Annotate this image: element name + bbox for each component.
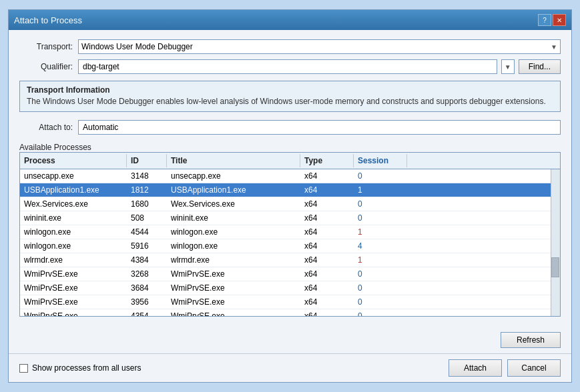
cell-type: x64 bbox=[300, 267, 354, 281]
bottom-bar: Show processes from all users Attach Can… bbox=[9, 353, 571, 382]
attach-to-row: Attach to: bbox=[19, 120, 561, 135]
cell-title: wlrmdr.exe bbox=[167, 253, 300, 267]
qualifier-label: Qualifier: bbox=[19, 62, 73, 71]
cell-type: x64 bbox=[300, 183, 354, 197]
cell-process: wininit.exe bbox=[20, 211, 127, 225]
cell-extra bbox=[407, 225, 560, 239]
cell-session: 4 bbox=[354, 239, 407, 253]
cell-title: unsecapp.exe bbox=[167, 169, 300, 183]
table-row[interactable]: wlrmdr.exe 4384 wlrmdr.exe x64 1 bbox=[20, 253, 560, 267]
col-id: ID bbox=[127, 154, 167, 167]
cell-process: winlogon.exe bbox=[20, 225, 127, 239]
cell-session: 0 bbox=[354, 197, 407, 211]
cell-extra bbox=[407, 267, 560, 281]
cell-type: x64 bbox=[300, 281, 354, 295]
cell-session: 1 bbox=[354, 183, 407, 197]
cell-title: winlogon.exe bbox=[167, 239, 300, 253]
transport-label: Transport: bbox=[19, 42, 73, 51]
cell-session: 1 bbox=[354, 253, 407, 267]
cell-id: 4354 bbox=[127, 309, 167, 316]
section-title: Available Processes bbox=[19, 143, 561, 152]
cell-id: 3956 bbox=[127, 295, 167, 309]
table-row[interactable]: Wex.Services.exe 1680 Wex.Services.exe x… bbox=[20, 197, 560, 211]
transport-info-text: The Windows User Mode Debugger enables l… bbox=[27, 96, 553, 107]
table-body: unsecapp.exe 3148 unsecapp.exe x64 0 USB… bbox=[20, 169, 560, 316]
cell-title: WmiPrvSE.exe bbox=[167, 295, 300, 309]
cell-extra bbox=[407, 211, 560, 225]
action-buttons: Attach Cancel bbox=[449, 359, 561, 377]
dialog-title: Attach to Process bbox=[14, 15, 82, 25]
cell-id: 1680 bbox=[127, 197, 167, 211]
cell-session: 0 bbox=[354, 169, 407, 183]
qualifier-input[interactable] bbox=[78, 59, 497, 74]
attach-to-input[interactable] bbox=[78, 120, 561, 135]
transport-dropdown-arrow: ▼ bbox=[551, 43, 557, 51]
cell-type: x64 bbox=[300, 309, 354, 316]
cell-title: WmiPrvSE.exe bbox=[167, 309, 300, 316]
cell-process: WmiPrvSE.exe bbox=[20, 267, 127, 281]
attach-to-process-dialog: Attach to Process ? ✕ Transport: Windows… bbox=[8, 9, 572, 383]
cell-process: USBApplication1.exe bbox=[20, 183, 127, 197]
table-row[interactable]: WmiPrvSE.exe 3956 WmiPrvSE.exe x64 0 bbox=[20, 295, 560, 309]
cancel-button[interactable]: Cancel bbox=[507, 359, 561, 377]
table-row[interactable]: USBApplication1.exe 1812 USBApplication1… bbox=[20, 183, 560, 197]
cell-extra bbox=[407, 169, 560, 183]
attach-to-label: Attach to: bbox=[19, 123, 73, 132]
transport-dropdown[interactable]: Windows User Mode Debugger ▼ bbox=[78, 39, 561, 54]
refresh-button[interactable]: Refresh bbox=[501, 332, 561, 348]
col-title: Title bbox=[167, 154, 300, 167]
dialog-body: Transport: Windows User Mode Debugger ▼ … bbox=[9, 30, 571, 332]
show-all-users-label: Show processes from all users bbox=[32, 363, 141, 373]
cell-title: winlogon.exe bbox=[167, 225, 300, 239]
cell-extra bbox=[407, 197, 560, 211]
col-extra bbox=[407, 154, 560, 167]
title-bar: Attach to Process ? ✕ bbox=[9, 10, 571, 30]
cell-id: 3148 bbox=[127, 169, 167, 183]
cell-id: 3684 bbox=[127, 281, 167, 295]
title-bar-buttons: ? ✕ bbox=[538, 14, 566, 26]
cell-session: 0 bbox=[354, 267, 407, 281]
qualifier-row: Qualifier: ▼ Find... bbox=[19, 59, 561, 74]
transport-value: Windows User Mode Debugger bbox=[81, 42, 193, 51]
cell-title: WmiPrvSE.exe bbox=[167, 281, 300, 295]
table-row[interactable]: wininit.exe 508 wininit.exe x64 0 bbox=[20, 211, 560, 225]
help-button[interactable]: ? bbox=[538, 14, 551, 26]
table-row[interactable]: winlogon.exe 5916 winlogon.exe x64 4 bbox=[20, 239, 560, 253]
scrollbar-thumb[interactable] bbox=[551, 257, 559, 277]
cell-extra bbox=[407, 239, 560, 253]
cell-type: x64 bbox=[300, 295, 354, 309]
qualifier-dropdown-arrow[interactable]: ▼ bbox=[501, 59, 515, 74]
process-table: Process ID Title Type Session unsecapp.e… bbox=[19, 152, 561, 317]
cell-extra bbox=[407, 281, 560, 295]
cell-id: 508 bbox=[127, 211, 167, 225]
cell-process: WmiPrvSE.exe bbox=[20, 281, 127, 295]
table-row[interactable]: WmiPrvSE.exe 3268 WmiPrvSE.exe x64 0 bbox=[20, 267, 560, 281]
cell-title: WmiPrvSE.exe bbox=[167, 267, 300, 281]
scrollbar-track[interactable] bbox=[551, 169, 560, 316]
cell-session: 0 bbox=[354, 211, 407, 225]
cell-id: 4544 bbox=[127, 225, 167, 239]
close-button[interactable]: ✕ bbox=[553, 14, 566, 26]
table-row[interactable]: unsecapp.exe 3148 unsecapp.exe x64 0 bbox=[20, 169, 560, 183]
table-header: Process ID Title Type Session bbox=[20, 153, 560, 169]
cell-process: unsecapp.exe bbox=[20, 169, 127, 183]
cell-process: Wex.Services.exe bbox=[20, 197, 127, 211]
find-button[interactable]: Find... bbox=[519, 59, 561, 74]
transport-control-wrap: Windows User Mode Debugger ▼ bbox=[78, 39, 561, 54]
cell-session: 1 bbox=[354, 225, 407, 239]
show-all-users-checkbox[interactable] bbox=[19, 364, 28, 373]
transport-row: Transport: Windows User Mode Debugger ▼ bbox=[19, 39, 561, 54]
cell-extra bbox=[407, 183, 560, 197]
cell-process: wlrmdr.exe bbox=[20, 253, 127, 267]
table-row[interactable]: WmiPrvSE.exe 3684 WmiPrvSE.exe x64 0 bbox=[20, 281, 560, 295]
qualifier-control-wrap: ▼ Find... bbox=[78, 59, 561, 74]
cell-session: 0 bbox=[354, 281, 407, 295]
table-row[interactable]: WmiPrvSE.exe 4354 WmiPrvSE.exe x64 0 bbox=[20, 309, 560, 316]
table-row[interactable]: winlogon.exe 4544 winlogon.exe x64 1 bbox=[20, 225, 560, 239]
cell-type: x64 bbox=[300, 253, 354, 267]
attach-button[interactable]: Attach bbox=[449, 359, 502, 377]
refresh-area: Refresh bbox=[9, 332, 571, 351]
cell-extra bbox=[407, 309, 560, 316]
cell-type: x64 bbox=[300, 211, 354, 225]
cell-process: winlogon.exe bbox=[20, 239, 127, 253]
